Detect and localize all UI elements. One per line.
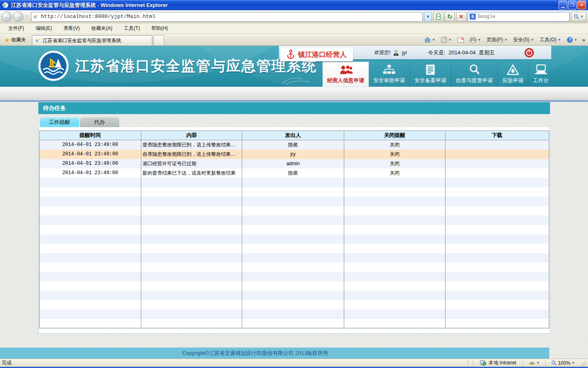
empty-row <box>39 225 549 234</box>
nav-inspection[interactable]: 自查与督查申请 <box>451 62 497 87</box>
menu-favorites[interactable]: 收藏夹(A) <box>85 23 118 34</box>
operator-badge-label: 镇江港口经营人 <box>298 50 347 59</box>
tab-title: 江苏省港口安全监管与应急管理系统 <box>43 37 121 44</box>
cell-sender: 陈俊 <box>242 140 344 150</box>
recent-pages-dropdown[interactable]: ▽ <box>24 15 30 19</box>
user-avatar-icon <box>393 49 399 56</box>
restore-button[interactable]: ❐ <box>568 1 577 9</box>
menu-edit[interactable]: 编辑(E) <box>30 23 58 34</box>
favorites-label: 收藏夹 <box>11 36 26 43</box>
nav-workbench[interactable]: 工作台 <box>528 62 553 87</box>
zone-label: 本地 Intranet <box>488 359 516 366</box>
window-title: 江苏省港口安全监管与应急管理系统 - Windows Internet Expl… <box>11 2 559 9</box>
username: jyr <box>402 50 407 56</box>
address-bar[interactable]: e http://localhost:8080/yjpt/Main.html <box>31 12 423 22</box>
tab-work-reminder[interactable]: 工作提醒 <box>40 117 79 127</box>
nav-safety-approval[interactable]: 安全审批申请 <box>369 62 410 87</box>
cell-time: 2014-04-01 23:49:00 <box>39 168 141 178</box>
stop-button[interactable]: × <box>456 12 466 22</box>
help-button[interactable]: ? ▼ <box>564 36 580 44</box>
close-reminder-link[interactable]: 关闭 <box>390 170 399 176</box>
page-menu[interactable]: 页面(P)▼ <box>484 36 510 44</box>
cell-download <box>445 140 549 150</box>
empty-row <box>39 197 549 206</box>
menu-tools[interactable]: 工具(T) <box>118 23 145 34</box>
rss-icon <box>441 37 447 43</box>
protected-mode-button[interactable]: ▼ <box>526 360 543 366</box>
feeds-button[interactable]: ▼ <box>439 36 454 44</box>
today-date: 2014-04-04 <box>449 49 476 56</box>
toolbar-overflow-button[interactable]: » <box>581 37 587 43</box>
main-navigation: 经营人信息申请 安全审批申请 安全备案申请 自查与督查申请 应急申请 <box>323 62 553 87</box>
tab-bar: ★ 收藏夹 e 江苏省港口安全监管与应急管理系统 ▼ ▼ ▼ 页面(P <box>0 34 588 46</box>
back-button[interactable]: ← <box>2 11 12 22</box>
close-reminder-link[interactable]: 关闭 <box>390 151 399 157</box>
home-button[interactable]: ▼ <box>422 36 438 44</box>
empty-row <box>39 300 549 310</box>
page-content: 江苏省港口安全监管与应急管理系统 镇江港口经营人 欢迎您! jyr 今天是: 2… <box>0 46 588 359</box>
table-row: 2014-04-01 23:49:00 港口经营许可证号已过期 admin 关闭 <box>39 159 549 168</box>
active-tab[interactable]: e 江苏省港口安全监管与应急管理系统 <box>32 35 152 45</box>
cell-sender: jry <box>242 150 344 159</box>
address-dropdown-button[interactable]: ▼ <box>424 12 432 22</box>
search-icon <box>574 14 579 19</box>
copyright-text: Copyright©江苏省交通规划设计院股份有限公司 2013版权所有 <box>182 350 328 357</box>
ie-page-icon: e <box>33 14 39 20</box>
minimize-button[interactable]: ▁ <box>559 1 567 9</box>
close-reminder-link[interactable]: 关闭 <box>390 142 399 148</box>
compatibility-view-button[interactable] <box>433 12 443 22</box>
safety-menu[interactable]: 安全(S)▼ <box>511 36 537 44</box>
search-go-button[interactable]: ▼ <box>571 12 586 22</box>
empty-row <box>39 319 549 328</box>
nav-emergency[interactable]: 应急申请 <box>497 62 528 87</box>
new-tab-button[interactable] <box>154 35 164 45</box>
zoom-control[interactable]: 100% ▼ <box>548 360 578 366</box>
print-button[interactable]: ▼ <box>467 36 483 44</box>
address-toolbar: ← → ▽ e http://localhost:8080/yjpt/Main.… <box>0 10 588 23</box>
printer-icon <box>470 37 477 43</box>
close-reminder-link[interactable]: 关闭 <box>390 161 399 166</box>
cell-sender: 陈俊 <box>242 168 344 178</box>
favorites-button[interactable]: ★ 收藏夹 <box>1 35 29 45</box>
forward-button[interactable]: → <box>13 11 23 22</box>
status-done: 完成 <box>2 359 11 366</box>
empty-row <box>39 215 549 225</box>
nav-label: 工作台 <box>533 77 549 84</box>
empty-row <box>39 253 549 263</box>
empty-row <box>39 291 549 300</box>
nav-safety-record[interactable]: 安全备案申请 <box>410 62 451 87</box>
refresh-button[interactable]: ↻ <box>445 12 455 22</box>
search-box[interactable]: 8 <box>468 12 570 22</box>
search-input[interactable] <box>478 14 568 20</box>
url-text[interactable]: http://localhost:8080/yjpt/Main.html <box>41 13 421 20</box>
port-logo-icon <box>38 50 69 82</box>
laptop-icon <box>534 64 548 75</box>
welcome-label: 欢迎您! <box>374 49 390 56</box>
broken-page-icon <box>435 13 441 20</box>
menu-file[interactable]: 文件(F) <box>2 23 30 34</box>
resize-grip[interactable] <box>581 360 586 366</box>
tools-menu[interactable]: 工具(O)▼ <box>537 36 564 44</box>
search-options-dropdown[interactable]: ▼ <box>580 15 584 18</box>
title-bar: e 江苏省港口安全监管与应急管理系统 - Windows Internet Ex… <box>0 0 588 10</box>
read-mail-button[interactable] <box>455 37 466 43</box>
menu-view[interactable]: 查看(V) <box>58 23 85 34</box>
today-label: 今天是: <box>428 49 445 56</box>
task-tabs: 工作提醒 代办 <box>38 114 550 127</box>
logout-button[interactable] <box>524 48 534 58</box>
status-bar: 完成 本地 Intranet ▼ 100% ▼ <box>0 359 588 368</box>
close-button[interactable]: ✕ <box>577 1 586 9</box>
nav-operator-info[interactable]: 经营人信息申请 <box>323 62 369 87</box>
subheader-strip <box>0 87 588 100</box>
col-download: 下载 <box>445 131 549 140</box>
star-icon: ★ <box>4 37 10 43</box>
tab-todo[interactable]: 代办 <box>80 117 119 127</box>
empty-row <box>39 272 549 281</box>
col-reminder-time: 提醒时间 <box>39 131 141 140</box>
menu-help[interactable]: 帮助(H) <box>146 23 174 34</box>
security-zone[interactable]: 本地 Intranet <box>476 359 520 366</box>
browser-window: e 江苏省港口安全监管与应急管理系统 - Windows Internet Ex… <box>0 0 588 368</box>
zoom-magnifier-icon <box>551 360 557 366</box>
cell-time: 2014-04-01 23:49:00 <box>39 150 141 159</box>
protected-mode-icon <box>529 360 535 366</box>
